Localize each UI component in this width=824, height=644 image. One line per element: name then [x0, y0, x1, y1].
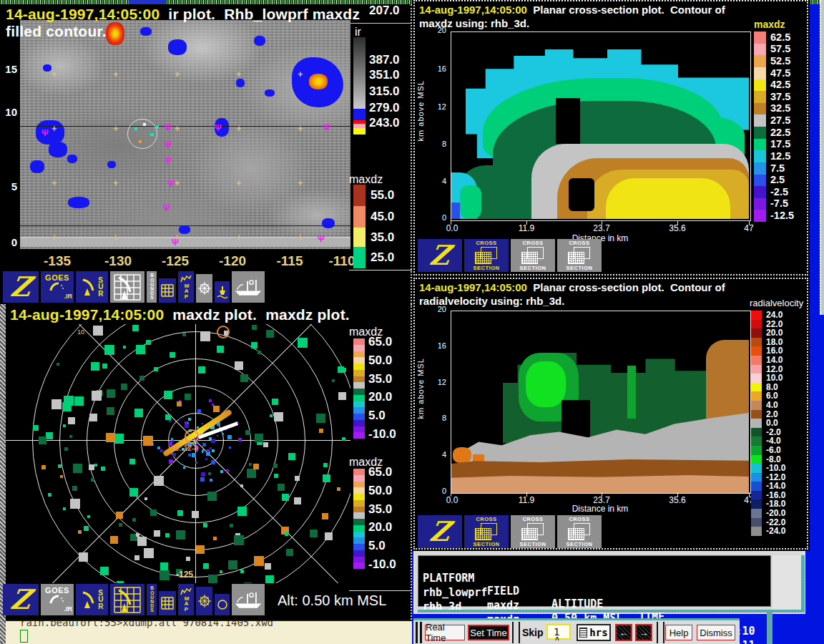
buoy-button[interactable] — [215, 281, 230, 303]
grid-cross-mark: + — [236, 233, 242, 242]
terminal-window[interactable]: rain.beaufort:55>xdump.all 970814.1405.x… — [6, 620, 412, 644]
radar-echo — [195, 462, 197, 464]
scale-tick-label: -10.0 — [368, 428, 396, 440]
grid-button[interactable] — [159, 591, 176, 615]
cross-section-button[interactable]: CROSSSECTION — [511, 515, 555, 548]
scale-entry: 55.0 — [353, 185, 394, 206]
goes-label: GOES — [45, 587, 69, 595]
radar-echo — [285, 532, 288, 536]
color-swatch — [751, 365, 762, 374]
hours-unit-button[interactable]: hrs — [577, 624, 611, 641]
ship-button[interactable] — [232, 271, 265, 303]
radar-echo — [132, 518, 136, 522]
surveillance-button[interactable]: SUR — [76, 584, 108, 615]
bar-grip[interactable] — [420, 622, 422, 643]
compass-button[interactable] — [196, 274, 212, 303]
scale-tick-label: -6.0 — [762, 446, 781, 455]
radar-ppi-display[interactable]: b:-12-8 10 -125 — [6, 324, 350, 583]
goes-ir-button[interactable]: GOES .IR — [41, 271, 74, 303]
color-swatch — [353, 487, 365, 494]
radar-echo — [337, 487, 340, 491]
bounds-button[interactable]: BOUNDS — [147, 584, 157, 615]
radar-echo — [170, 352, 175, 358]
zebra-menu-button[interactable]: Z — [418, 239, 462, 272]
compass-button[interactable] — [196, 587, 212, 615]
radar-echo — [213, 406, 220, 412]
ship-button[interactable] — [232, 584, 265, 615]
surveillance-button[interactable]: SUR — [76, 271, 108, 303]
table-scrollbar[interactable] — [772, 555, 801, 610]
color-swatch — [353, 507, 365, 513]
radar-echo — [177, 401, 182, 406]
scale-tick-label: 55.0 — [366, 188, 394, 203]
radar-echo — [69, 435, 72, 438]
col-header-field: FIELD — [487, 585, 519, 597]
radar-echo — [185, 424, 189, 428]
radar-echo — [298, 338, 308, 348]
x-tick-label: -115 — [267, 253, 313, 269]
help-button[interactable]: Help — [665, 625, 692, 640]
ppi-radar-panel: 14-aug-1997,14:05:00 maxdz plot. maxdz p… — [0, 304, 412, 620]
radar-grid-button[interactable] — [110, 271, 144, 303]
scale-title: radialvelocity — [750, 298, 803, 308]
bounds-label: BOUNDS — [150, 273, 153, 300]
cross-section-button-active[interactable]: CROSSSECTION — [464, 239, 509, 272]
cross-section-button[interactable]: CROSSSECTION — [557, 515, 602, 548]
scale-entry: 42.5 — [754, 79, 794, 92]
color-swatch — [754, 79, 766, 92]
zebra-menu-button[interactable]: Z — [3, 271, 39, 303]
radar-echo — [247, 469, 256, 478]
color-swatch — [353, 228, 366, 247]
zebra-menu-button[interactable]: Z — [3, 584, 39, 615]
scale-entry: -24.0 — [751, 527, 785, 536]
scale-tick-label: 0.0 — [762, 419, 778, 428]
cross-section-button-active[interactable]: CROSSSECTION — [464, 515, 509, 548]
grid-button[interactable] — [159, 278, 176, 303]
satellite-image[interactable]: ++++++++++++++++++++ ΨΨΨΨΨΨΨΨΨΨ — [20, 20, 350, 249]
cross-section-button[interactable]: CROSSSECTION — [511, 239, 555, 272]
color-swatch — [751, 499, 762, 509]
radar-echo — [338, 366, 344, 373]
contour-yellow — [606, 178, 730, 219]
step-back-button[interactable]: ← — [615, 624, 632, 641]
bounds-button[interactable]: BOUNDS — [147, 271, 157, 303]
grid-cross-mark: + — [236, 178, 242, 187]
real-time-button[interactable]: Real Time — [425, 625, 465, 640]
scale-tick-label: 315.0 — [369, 85, 400, 97]
radar-grid-button[interactable] — [110, 584, 144, 615]
cross-label: CROSS — [476, 240, 496, 246]
scale-entry: 12.5 — [754, 150, 794, 162]
color-swatch — [754, 67, 766, 79]
grid-cross-mark: + — [298, 124, 303, 133]
map-button[interactable]: MAP — [178, 584, 194, 615]
zebra-logo: Z — [9, 275, 33, 299]
step-forward-button[interactable]: → — [635, 624, 652, 641]
set-time-button[interactable]: Set Time — [468, 625, 509, 640]
dismiss-button[interactable]: Dismiss — [697, 625, 735, 640]
radar-echo — [33, 425, 39, 431]
grid-cross-mark: + — [113, 69, 119, 79]
radar-echo — [229, 447, 231, 449]
map-button[interactable]: MAP — [178, 271, 194, 303]
color-swatch — [751, 328, 762, 338]
cloud-blob — [49, 142, 67, 157]
cross-section-plot[interactable] — [451, 311, 751, 494]
radar-echo — [176, 530, 185, 540]
grid-cross-mark: + — [236, 69, 242, 79]
section-label: SECTION — [520, 265, 546, 271]
map-label: MAP — [185, 596, 187, 613]
xs-maxdz-window: 14-aug-1997,14:05:00 Planar cross-sectio… — [413, 0, 808, 275]
radar-echo — [286, 549, 293, 556]
bar-grip[interactable] — [416, 622, 418, 643]
color-swatch — [754, 150, 766, 162]
grid-cross-mark: + — [298, 69, 303, 79]
circle-button[interactable] — [215, 594, 230, 615]
color-swatch — [353, 557, 365, 563]
scale-tick-label: -10.0 — [762, 464, 785, 473]
cross-section-button[interactable]: CROSSSECTION — [557, 239, 602, 272]
color-swatch — [751, 436, 762, 446]
xs-radial-title: 14-aug-1997,14:05:00 Planar cross-sectio… — [419, 281, 725, 293]
zebra-menu-button[interactable]: Z — [418, 515, 462, 548]
cross-section-plot[interactable] — [451, 31, 751, 221]
goes-ir-button[interactable]: GOES .IR — [41, 584, 74, 615]
